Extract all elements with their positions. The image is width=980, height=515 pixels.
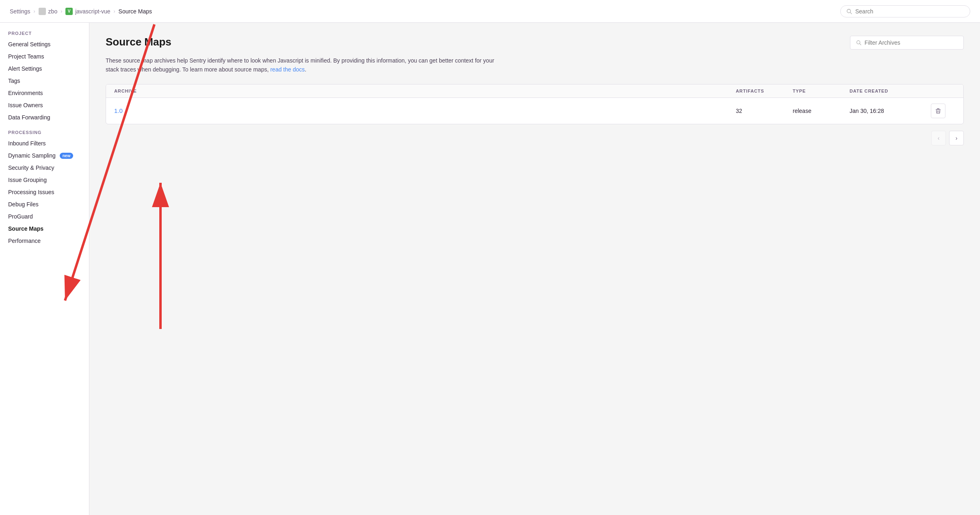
sidebar-item-security-privacy[interactable]: Security & Privacy	[0, 162, 89, 174]
main-content: Source Maps These source map archives he…	[89, 23, 980, 515]
delete-button-1.0[interactable]	[931, 104, 945, 118]
sidebar-label-issue-grouping: Issue Grouping	[8, 177, 47, 183]
trash-icon	[935, 108, 941, 114]
search-icon	[846, 9, 852, 14]
sidebar: PROJECT General Settings Project Teams A…	[0, 23, 89, 515]
filter-archives-input[interactable]	[865, 39, 958, 46]
description-end: .	[305, 66, 306, 73]
breadcrumb-sep-1: ›	[34, 9, 35, 14]
next-page-button[interactable]: ›	[949, 131, 964, 145]
svg-line-3	[860, 43, 861, 45]
sidebar-label-security-privacy: Security & Privacy	[8, 164, 54, 171]
sidebar-item-inbound-filters[interactable]: Inbound Filters	[0, 137, 89, 149]
archives-table: ARCHIVE ARTIFACTS TYPE DATE CREATED 1.0 …	[106, 84, 964, 124]
sidebar-item-debug-files[interactable]: Debug Files	[0, 198, 89, 210]
sidebar-item-tags[interactable]: Tags	[0, 75, 89, 87]
col-artifacts: ARTIFACTS	[736, 89, 793, 93]
sidebar-section-processing: PROCESSING	[0, 130, 89, 135]
project-icon: V	[65, 8, 73, 15]
col-actions	[931, 89, 955, 93]
breadcrumb-current: Source Maps	[119, 8, 152, 15]
sidebar-item-environments[interactable]: Environments	[0, 87, 89, 99]
prev-icon: ‹	[938, 135, 940, 141]
sidebar-label-alert-settings: Alert Settings	[8, 65, 42, 72]
sidebar-label-general-settings: General Settings	[8, 41, 50, 48]
sidebar-label-project-teams: Project Teams	[8, 53, 44, 60]
sidebar-label-issue-owners: Issue Owners	[8, 102, 43, 108]
sidebar-label-data-forwarding: Data Forwarding	[8, 114, 50, 121]
filter-search-icon	[856, 40, 861, 45]
table-row: 1.0 32 release Jan 30, 16:28	[106, 98, 963, 124]
sidebar-item-issue-grouping[interactable]: Issue Grouping	[0, 174, 89, 186]
breadcrumb-sep-3: ›	[114, 9, 115, 14]
svg-line-1	[850, 12, 852, 14]
org-avatar	[39, 8, 46, 15]
sidebar-item-dynamic-sampling[interactable]: Dynamic Sampling new	[0, 149, 89, 162]
sidebar-section-project: PROJECT	[0, 31, 89, 36]
col-archive: ARCHIVE	[114, 89, 736, 93]
badge-new: new	[60, 153, 73, 159]
breadcrumb-project[interactable]: V javascript-vue	[65, 8, 110, 15]
sidebar-label-environments: Environments	[8, 90, 43, 96]
sidebar-item-project-teams[interactable]: Project Teams	[0, 50, 89, 63]
cell-date-1.0: Jan 30, 16:28	[850, 108, 931, 114]
sidebar-item-source-maps[interactable]: Source Maps	[0, 223, 89, 235]
sidebar-label-processing-issues: Processing Issues	[8, 189, 54, 195]
page-header: Source Maps	[106, 36, 964, 50]
breadcrumb: Settings › zbo › V javascript-vue › Sour…	[10, 8, 152, 15]
breadcrumb-org-label: zbo	[48, 8, 58, 15]
cell-type-1.0: release	[793, 108, 850, 114]
svg-rect-5	[936, 109, 941, 110]
filter-archives-box[interactable]	[850, 36, 964, 50]
sidebar-label-proguard: ProGuard	[8, 213, 33, 220]
sidebar-label-dynamic-sampling: Dynamic Sampling	[8, 152, 56, 159]
breadcrumb-settings[interactable]: Settings	[10, 8, 30, 15]
top-nav: Settings › zbo › V javascript-vue › Sour…	[0, 0, 980, 23]
archive-link-1.0[interactable]: 1.0	[114, 107, 736, 114]
global-search-box[interactable]	[840, 5, 970, 17]
col-type: TYPE	[793, 89, 850, 93]
sidebar-label-tags: Tags	[8, 78, 20, 84]
breadcrumb-org[interactable]: zbo	[39, 8, 58, 15]
table-header: ARCHIVE ARTIFACTS TYPE DATE CREATED	[106, 84, 963, 98]
description: These source map archives help Sentry id…	[106, 56, 496, 74]
pagination: ‹ ›	[106, 131, 964, 145]
sidebar-label-debug-files: Debug Files	[8, 201, 39, 208]
sidebar-item-general-settings[interactable]: General Settings	[0, 38, 89, 50]
sidebar-item-data-forwarding[interactable]: Data Forwarding	[0, 111, 89, 123]
sidebar-item-proguard[interactable]: ProGuard	[0, 210, 89, 223]
prev-page-button[interactable]: ‹	[931, 131, 946, 145]
sidebar-label-performance: Performance	[8, 238, 41, 244]
sidebar-item-alert-settings[interactable]: Alert Settings	[0, 63, 89, 75]
read-docs-link[interactable]: read the docs	[270, 66, 305, 73]
layout: PROJECT General Settings Project Teams A…	[0, 23, 980, 515]
sidebar-item-issue-owners[interactable]: Issue Owners	[0, 99, 89, 111]
sidebar-item-performance[interactable]: Performance	[0, 235, 89, 247]
col-date-created: DATE CREATED	[850, 89, 931, 93]
page-title: Source Maps	[106, 36, 171, 48]
breadcrumb-sep-2: ›	[61, 9, 62, 14]
breadcrumb-project-label: javascript-vue	[75, 8, 110, 15]
sidebar-label-inbound-filters: Inbound Filters	[8, 140, 46, 147]
next-icon: ›	[956, 135, 958, 141]
sidebar-item-processing-issues[interactable]: Processing Issues	[0, 186, 89, 198]
cell-artifacts-1.0: 32	[736, 108, 793, 114]
sidebar-label-source-maps: Source Maps	[8, 225, 43, 232]
svg-rect-4	[937, 108, 939, 109]
search-input[interactable]	[855, 8, 964, 15]
